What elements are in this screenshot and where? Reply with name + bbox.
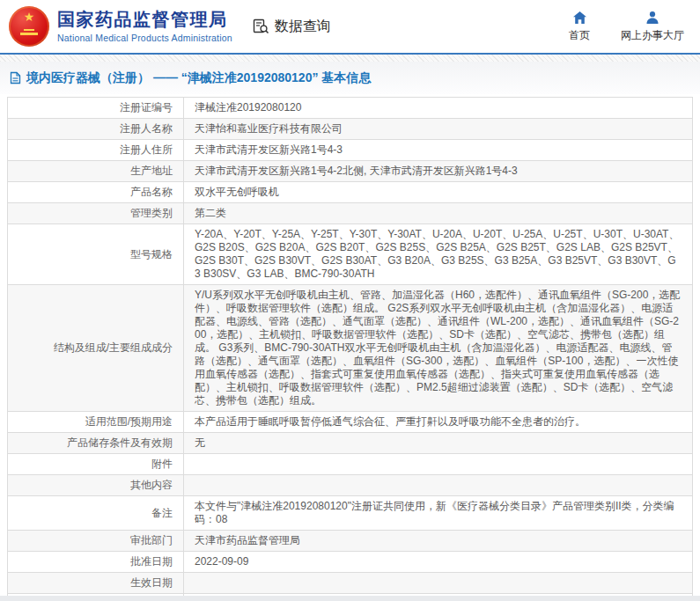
nav-service-hall-label: 网上办事大厅 bbox=[621, 28, 684, 43]
field-value bbox=[184, 475, 692, 495]
data-query-icon bbox=[252, 18, 269, 35]
site-title: 国家药品监督管理局 bbox=[57, 10, 232, 30]
field-label: 生产地址 bbox=[8, 161, 184, 181]
nav-home[interactable]: 首页 bbox=[564, 11, 594, 43]
table-row: 适用范围/预期用途 本产品适用于睡眠呼吸暂停低通气综合征、严重打鼾以及呼吸功能不… bbox=[8, 412, 692, 433]
site-subtitle: National Medical Products Administration bbox=[57, 33, 232, 43]
field-value: 本产品适用于睡眠呼吸暂停低通气综合征、严重打鼾以及呼吸功能不全患者的治疗。 bbox=[184, 412, 692, 432]
home-icon bbox=[572, 11, 587, 25]
nmpa-logo[interactable]: ★ 国家药品监督管理局 National Medical Products Ad… bbox=[9, 6, 232, 47]
info-table: 注册证编号 津械注准20192080120 注册人名称 天津怡和嘉业医疗科技有限… bbox=[7, 97, 693, 601]
table-row: 产品储存条件及有效期 无 bbox=[8, 433, 692, 454]
person-icon bbox=[645, 11, 659, 25]
field-value: 本文件与"津械注准20192080120"注册证共同使用，新《医疗器械分类目录》… bbox=[184, 496, 692, 530]
table-row: 其他内容 bbox=[8, 475, 692, 496]
page-title: 境内医疗器械（注册） —— “津械注准20192080120” 基本信息 bbox=[26, 70, 371, 86]
table-row: 生产地址 天津市武清开发区新兴路1号4-2北侧, 天津市武清开发区新兴路1号4-… bbox=[8, 161, 692, 182]
field-label: 其他内容 bbox=[8, 475, 184, 495]
field-label: 注册人名称 bbox=[8, 119, 184, 139]
star-icon: ★ bbox=[24, 11, 35, 23]
field-label: 附件 bbox=[8, 454, 184, 474]
field-label: 产品名称 bbox=[8, 182, 184, 202]
nav-home-label: 首页 bbox=[569, 28, 590, 43]
breadcrumb: 境内医疗器械（注册） —— “津械注准20192080120” 基本信息 bbox=[0, 62, 700, 94]
main-content: 注册证编号 津械注准20192080120 注册人名称 天津怡和嘉业医疗科技有限… bbox=[7, 97, 693, 601]
field-label: 批准日期 bbox=[8, 552, 184, 572]
field-label: 结构及组成/主要组成成分 bbox=[8, 285, 184, 411]
field-label: 管理类别 bbox=[8, 203, 184, 224]
field-value bbox=[184, 454, 692, 474]
field-label: 审批部门 bbox=[8, 531, 184, 551]
table-row: 管理类别 第二类 bbox=[8, 203, 692, 224]
field-value: 津械注准20192080120 bbox=[184, 98, 692, 118]
document-icon bbox=[10, 71, 21, 84]
field-value: 2022-09-09 bbox=[184, 552, 692, 572]
table-row: 结构及组成/主要组成成分 Y/U系列双水平无创呼吸机由主机、管路、加温湿化器（H… bbox=[8, 285, 692, 412]
data-query-label: 数据查询 bbox=[275, 18, 331, 36]
header-divider bbox=[0, 55, 700, 62]
footer-strip bbox=[0, 596, 700, 601]
table-row: 备注 本文件与"津械注准20192080120"注册证共同使用，新《医疗器械分类… bbox=[8, 496, 692, 531]
field-label: 备注 bbox=[8, 496, 184, 530]
table-row: 注册人住所 天津市武清开发区新兴路1号4-3 bbox=[8, 140, 692, 161]
table-row: 附件 bbox=[8, 454, 692, 475]
field-value: 第二类 bbox=[184, 203, 692, 224]
table-row: 生效日期 bbox=[8, 573, 692, 594]
table-row: 审批部门 天津市药品监督管理局 bbox=[8, 531, 692, 552]
table-row: 产品名称 双水平无创呼吸机 bbox=[8, 182, 692, 203]
field-label: 注册人住所 bbox=[8, 140, 184, 160]
field-label: 注册证编号 bbox=[8, 98, 184, 118]
field-label: 产品储存条件及有效期 bbox=[8, 433, 184, 453]
field-value: Y/U系列双水平无创呼吸机由主机、管路、加温湿化器（H60，选配件）、通讯血氧组… bbox=[184, 285, 692, 411]
field-value: 无 bbox=[184, 433, 692, 453]
gate-icon bbox=[20, 29, 38, 37]
field-label: 适用范围/预期用途 bbox=[8, 412, 184, 432]
top-nav: 首页 网上办事大厅 bbox=[564, 11, 689, 43]
table-row: 批准日期 2022-09-09 bbox=[8, 552, 692, 573]
field-value: 天津市药品监督管理局 bbox=[184, 531, 692, 551]
nav-service-hall[interactable]: 网上办事大厅 bbox=[621, 11, 684, 43]
national-emblem-icon: ★ bbox=[9, 6, 49, 47]
data-query-nav[interactable]: 数据查询 bbox=[252, 18, 331, 36]
site-header: ★ 国家药品监督管理局 National Medical Products Ad… bbox=[0, 0, 700, 55]
field-value: 天津市武清开发区新兴路1号4-3 bbox=[184, 140, 692, 160]
table-row: 注册证编号 津械注准20192080120 bbox=[8, 98, 692, 119]
field-value: 天津市武清开发区新兴路1号4-2北侧, 天津市武清开发区新兴路1号4-3 bbox=[184, 161, 692, 181]
field-value: 天津怡和嘉业医疗科技有限公司 bbox=[184, 119, 692, 139]
field-value: Y-20A、Y-20T、Y-25A、Y-25T、Y-30T、Y-30AT、U-2… bbox=[184, 224, 692, 284]
field-label: 型号规格 bbox=[8, 224, 184, 284]
field-value bbox=[184, 573, 692, 593]
field-label: 生效日期 bbox=[8, 573, 184, 593]
field-value: 双水平无创呼吸机 bbox=[184, 182, 692, 202]
table-row: 注册人名称 天津怡和嘉业医疗科技有限公司 bbox=[8, 119, 692, 140]
table-row: 型号规格 Y-20A、Y-20T、Y-25A、Y-25T、Y-30T、Y-30A… bbox=[8, 224, 692, 285]
